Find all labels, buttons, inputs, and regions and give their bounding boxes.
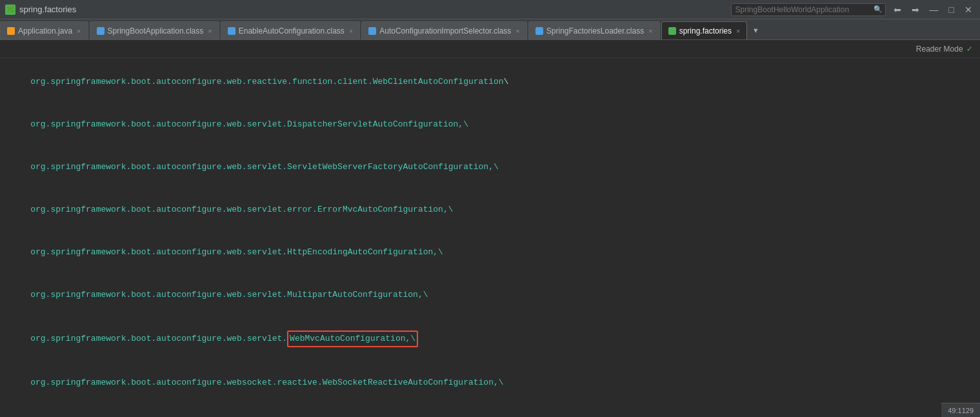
reader-mode-label: Reader Mode	[916, 45, 963, 54]
code-line-3: org.springframework.boot.autoconfigure.w…	[10, 146, 980, 188]
close-button[interactable]: ✕	[962, 3, 975, 16]
app-icon: 🌿	[5, 5, 15, 15]
class-icon	[368, 27, 376, 35]
title-bar-right: 🔍 ⬅ ➡ — □ ✕	[731, 3, 975, 16]
tab-overflow-button[interactable]: ▾	[748, 21, 763, 39]
tab-label: EnableAutoConfiguration.class	[239, 26, 345, 36]
tab-close-factories[interactable]: ×	[736, 27, 740, 35]
tab-close-enable[interactable]: ×	[349, 27, 353, 35]
code-line-2: org.springframework.boot.autoconfigure.w…	[10, 103, 980, 146]
code-line-8: org.springframework.boot.autoconfigure.w…	[10, 361, 980, 404]
tab-label: AutoConfigurationImportSelector.class	[379, 26, 511, 36]
maximize-button[interactable]: □	[946, 3, 957, 16]
tab-loader-class[interactable]: SpringFactoriesLoader.class ×	[528, 21, 660, 39]
tab-close-app-java[interactable]: ×	[77, 27, 81, 35]
search-icon: 🔍	[874, 5, 883, 14]
reader-mode-check-icon[interactable]: ✓	[967, 43, 972, 54]
minimize-button[interactable]: —	[927, 3, 941, 16]
java-icon	[7, 27, 15, 35]
tab-label: SpringBootApplication.class	[108, 26, 204, 36]
tab-autoimport-class[interactable]: AutoConfigurationImportSelector.class ×	[361, 21, 527, 39]
tab-close-loader[interactable]: ×	[648, 27, 652, 35]
class-icon	[535, 27, 543, 35]
code-line-4: org.springframework.boot.autoconfigure.w…	[10, 188, 980, 231]
search-input[interactable]	[731, 3, 886, 16]
code-line-1: org.springframework.boot.autoconfigure.w…	[10, 61, 980, 103]
factories-icon	[668, 27, 676, 35]
title-bar-left: 🌿 spring.factories	[5, 5, 76, 15]
tab-label: Application.java	[18, 26, 72, 36]
status-bar: 49:1129	[941, 403, 980, 417]
reader-mode-bar: Reader Mode ✓	[0, 40, 980, 58]
tab-enable-class[interactable]: EnableAutoConfiguration.class ×	[221, 21, 361, 39]
title-bar: 🌿 spring.factories 🔍 ⬅ ➡ — □ ✕	[0, 0, 980, 19]
tab-label: spring.factories	[679, 26, 732, 36]
tab-close-springboot[interactable]: ×	[208, 27, 212, 35]
code-line-6: org.springframework.boot.autoconfigure.w…	[10, 274, 980, 316]
tab-springboot-class[interactable]: SpringBootApplication.class ×	[90, 21, 219, 39]
code-line-5: org.springframework.boot.autoconfigure.w…	[10, 231, 980, 274]
code-line-highlight: org.springframework.boot.autoconfigure.w…	[10, 316, 980, 361]
tab-spring-factories[interactable]: spring.factories ×	[661, 21, 748, 39]
nav-forward-button[interactable]: ➡	[909, 3, 922, 16]
tab-close-autoimport[interactable]: ×	[515, 27, 519, 35]
cursor-position: 49:1129	[948, 407, 974, 414]
tab-label: SpringFactoriesLoader.class	[546, 26, 644, 36]
class-icon	[97, 27, 105, 35]
window-title: spring.factories	[19, 5, 76, 14]
search-wrapper: 🔍	[731, 3, 886, 16]
code-line-9: org.springframework.boot.autoconfigure.w…	[10, 404, 980, 417]
class-icon	[228, 27, 235, 35]
tab-app-java[interactable]: Application.java ×	[0, 21, 88, 39]
nav-back-button[interactable]: ⬅	[891, 3, 904, 16]
tab-bar: Application.java × SpringBootApplication…	[0, 19, 980, 40]
code-area[interactable]: org.springframework.boot.autoconfigure.w…	[0, 58, 980, 417]
